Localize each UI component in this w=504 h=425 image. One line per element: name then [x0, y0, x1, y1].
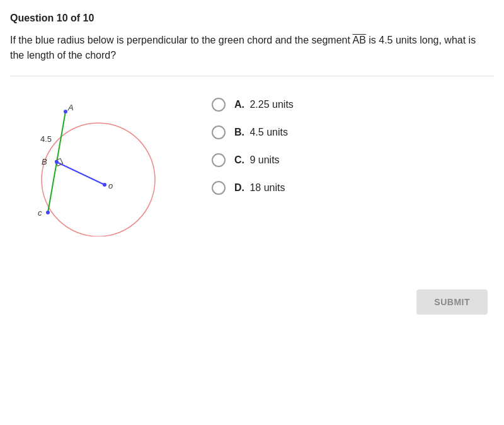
option-c-label: C. 9 units: [234, 154, 280, 166]
content-area: A B o c 4.5 A. 2.25 units B.: [10, 91, 494, 239]
segment-label: AB: [352, 35, 365, 45]
options-area: A. 2.25 units B. 4.5 units C. 9 units D.…: [212, 91, 294, 195]
option-b[interactable]: B. 4.5 units: [212, 125, 294, 139]
svg-point-4: [64, 110, 67, 114]
radio-d[interactable]: [212, 181, 226, 195]
question-text: If the blue radius below is perpendicula…: [10, 33, 476, 63]
radio-b[interactable]: [212, 125, 226, 139]
svg-point-8: [103, 183, 106, 187]
radio-a[interactable]: [212, 98, 226, 112]
svg-point-0: [42, 123, 155, 236]
svg-line-2: [57, 162, 105, 185]
option-d[interactable]: D. 18 units: [212, 181, 294, 195]
geometry-diagram: A B o c 4.5: [23, 91, 161, 236]
svg-text:c: c: [38, 208, 42, 218]
option-a-label: A. 2.25 units: [234, 99, 294, 110]
option-b-label: B. 4.5 units: [234, 127, 288, 138]
option-d-label: D. 18 units: [234, 182, 285, 194]
svg-point-6: [55, 160, 59, 164]
option-c[interactable]: C. 9 units: [212, 153, 294, 167]
svg-text:4.5: 4.5: [40, 134, 52, 144]
diagram-area: A B o c 4.5: [23, 91, 174, 239]
svg-point-10: [46, 211, 50, 214]
question-counter: Question 10 of 10: [10, 13, 494, 24]
option-a[interactable]: A. 2.25 units: [212, 98, 294, 112]
submit-button[interactable]: SUBMIT: [416, 289, 488, 315]
svg-text:A: A: [67, 103, 74, 112]
submit-row: SUBMIT: [10, 289, 494, 315]
divider: [10, 76, 494, 76]
svg-text:B: B: [42, 157, 47, 166]
radio-c[interactable]: [212, 153, 226, 167]
svg-text:o: o: [108, 181, 113, 190]
